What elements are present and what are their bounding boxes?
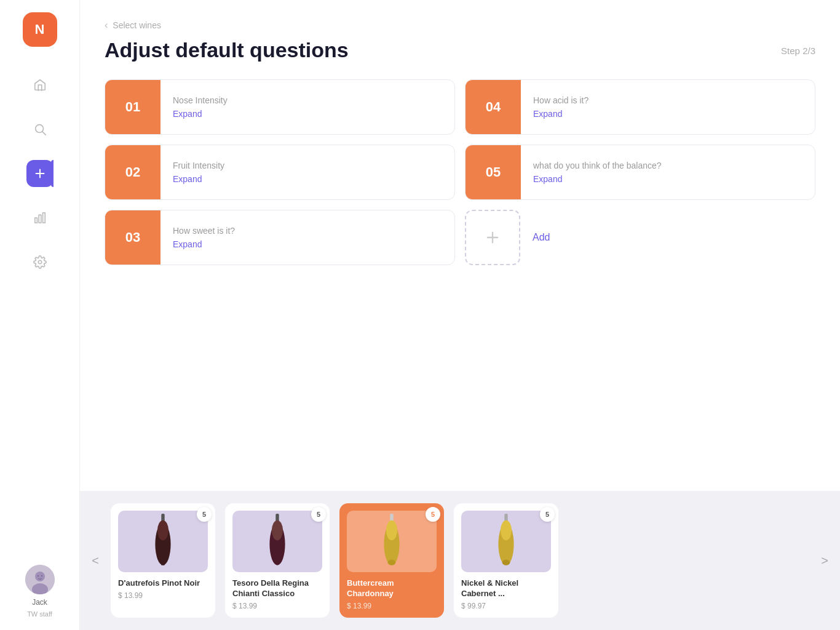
main-content: ‹ Select wines Adjust default questions … — [80, 0, 840, 630]
wine-image-1 — [232, 511, 322, 572]
question-number-5: 05 — [466, 145, 521, 200]
svg-point-33 — [502, 560, 510, 565]
active-indicator — [51, 160, 53, 187]
question-card-2: 02 Fruit Intensity Expand — [105, 145, 455, 200]
user-name: Jack — [32, 598, 47, 607]
svg-point-23 — [272, 520, 283, 540]
svg-point-28 — [388, 560, 396, 565]
sidebar-item-home[interactable] — [26, 71, 53, 98]
question-number-3: 03 — [105, 210, 160, 265]
question-number-1: 01 — [105, 79, 160, 135]
wine-name-2: Buttercream Chardonnay — [347, 578, 437, 599]
svg-point-7 — [38, 260, 42, 264]
add-box-icon — [465, 210, 520, 265]
carousel-track: 5 D'autrefois Pinot Noir $ 13.99 5 — [111, 501, 809, 620]
page-title: Adjust default questions — [105, 38, 349, 62]
question-content-3: How sweet is it? Expand — [160, 217, 247, 258]
question-expand-2[interactable]: Expand — [173, 174, 224, 184]
question-number-4: 04 — [466, 79, 521, 135]
sidebar-user-section: Jack TW staff — [25, 565, 55, 618]
sidebar-item-add[interactable] — [26, 160, 53, 187]
wine-badge-2: 5 — [426, 507, 440, 522]
question-label-4: How acid is it? — [533, 95, 588, 105]
wine-image-2 — [347, 511, 437, 572]
question-expand-3[interactable]: Expand — [173, 239, 235, 249]
svg-point-11 — [37, 575, 38, 576]
back-arrow-icon: ‹ — [105, 20, 108, 31]
question-expand-4[interactable]: Expand — [533, 109, 588, 119]
wine-card-1[interactable]: 5 Tesoro Della Regina Chianti Classico $… — [225, 503, 330, 618]
question-label-5: what do you think of the balance? — [533, 161, 662, 170]
wine-name-1: Tesoro Della Regina Chianti Classico — [232, 578, 322, 599]
question-expand-5[interactable]: Expand — [533, 174, 662, 184]
wine-image-3 — [461, 511, 551, 572]
question-card-3: 03 How sweet is it? Expand — [105, 210, 455, 265]
questions-grid: 01 Nose Intensity Expand 04 How acid is … — [80, 79, 840, 265]
question-card-4: 04 How acid is it? Expand — [465, 79, 815, 135]
sidebar: N — [0, 0, 80, 630]
sidebar-item-settings[interactable] — [26, 249, 53, 276]
svg-point-18 — [157, 520, 168, 540]
wine-badge-3: 5 — [540, 507, 555, 522]
wine-price-2: $ 13.99 — [347, 602, 437, 610]
sidebar-item-analytics[interactable] — [26, 204, 53, 231]
carousel-next-button[interactable]: > — [809, 511, 840, 610]
question-content-4: How acid is it? Expand — [521, 87, 601, 127]
wine-badge-0: 5 — [197, 507, 212, 522]
question-card-1: 01 Nose Intensity Expand — [105, 79, 455, 135]
wine-carousel: < 5 D'autrefois Pinot Noir $ 13.99 — [80, 491, 840, 630]
app-logo: N — [23, 12, 57, 47]
page-header: Adjust default questions Step 2/3 — [105, 38, 815, 62]
question-content-1: Nose Intensity Expand — [160, 87, 240, 127]
wine-price-1: $ 13.99 — [232, 602, 322, 610]
svg-point-9 — [35, 572, 45, 581]
user-avatar[interactable] — [25, 565, 55, 594]
question-label-1: Nose Intensity — [173, 95, 228, 105]
add-question-label[interactable]: Add — [520, 232, 550, 243]
content-scroll-area: ‹ Select wines Adjust default questions … — [80, 0, 840, 491]
add-question-card[interactable]: Add — [465, 210, 815, 265]
wine-card-3[interactable]: 5 Nickel & Nickel Cabernet ... $ 99.97 — [454, 503, 558, 618]
sidebar-navigation — [26, 71, 53, 565]
wine-card-0[interactable]: 5 D'autrefois Pinot Noir $ 13.99 — [111, 503, 215, 618]
svg-point-12 — [41, 575, 42, 576]
question-content-2: Fruit Intensity Expand — [160, 152, 237, 193]
carousel-prev-button[interactable]: < — [80, 511, 111, 610]
wine-name-0: D'autrefois Pinot Noir — [118, 578, 208, 589]
svg-rect-4 — [34, 218, 37, 223]
svg-point-32 — [501, 520, 512, 540]
question-number-2: 02 — [105, 145, 160, 200]
wine-price-0: $ 13.99 — [118, 591, 208, 600]
wine-card-2[interactable]: 5 Buttercream Chardonnay $ 13.99 — [339, 503, 444, 618]
wine-name-3: Nickel & Nickel Cabernet ... — [461, 578, 551, 599]
question-label-3: How sweet is it? — [173, 226, 235, 236]
breadcrumb[interactable]: ‹ Select wines — [105, 20, 815, 31]
wine-price-3: $ 99.97 — [461, 602, 551, 610]
svg-point-27 — [386, 520, 397, 540]
sidebar-item-search[interactable] — [26, 116, 53, 143]
user-role: TW staff — [27, 610, 52, 618]
question-content-5: what do you think of the balance? Expand — [521, 152, 674, 193]
svg-rect-6 — [42, 213, 45, 223]
top-area: ‹ Select wines Adjust default questions … — [80, 0, 840, 62]
question-expand-1[interactable]: Expand — [173, 109, 228, 119]
svg-rect-5 — [39, 215, 41, 223]
wine-badge-1: 5 — [311, 507, 326, 522]
question-card-5: 05 what do you think of the balance? Exp… — [465, 145, 815, 200]
question-label-2: Fruit Intensity — [173, 161, 224, 170]
svg-line-1 — [42, 132, 46, 135]
wine-image-0 — [118, 511, 208, 572]
svg-rect-19 — [161, 561, 164, 565]
step-indicator: Step 2/3 — [781, 46, 815, 56]
